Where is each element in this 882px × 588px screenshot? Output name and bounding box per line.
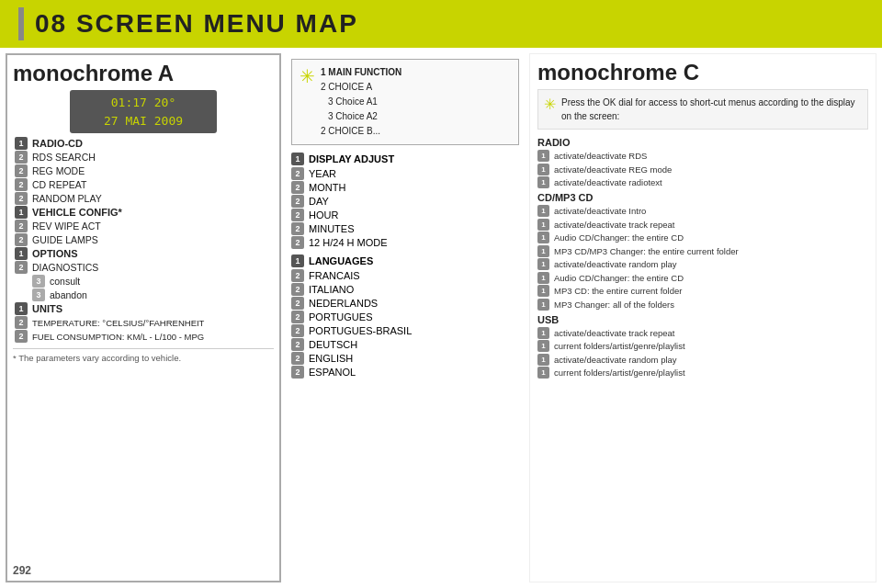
badge-2: 2 — [291, 195, 304, 208]
badge-1: 1 — [537, 150, 549, 162]
badge-1: 1 — [537, 232, 549, 243]
badge-1: 1 — [537, 245, 549, 257]
badge-1: 1 — [291, 153, 304, 165]
list-item: 1 activate/deactivate random play — [537, 258, 868, 270]
list-item: 1 MP3 CD/MP3 Changer: the entire current… — [537, 245, 868, 257]
list-item: 1 current folders/artist/genre/playlist — [537, 367, 868, 379]
menu-label: consult — [50, 276, 80, 287]
right-label: activate/deactivate random play — [554, 259, 677, 269]
list-item: 2 DEUTSCH — [291, 338, 519, 351]
main-content: monochrome A 01:17 20° 27 MAI 2009 1 RAD… — [0, 48, 882, 588]
menu-label: abandon — [50, 289, 87, 300]
list-item: 1 UNITS — [13, 302, 274, 315]
menu-label: MONTH — [309, 182, 345, 193]
languages-section: 1 LANGUAGES 2 FRANCAIS 2 ITALIANO 2 NEDE… — [291, 254, 519, 379]
menu-label: PORTUGUES-BRASIL — [309, 325, 412, 336]
list-item: 2 PORTUGUES — [291, 311, 519, 323]
lcd-line2: 27 MAI 2009 — [79, 112, 208, 130]
languages-title: 1 LANGUAGES — [291, 254, 519, 267]
badge-3: 3 — [32, 288, 45, 301]
badge-1: 1 — [537, 367, 549, 379]
menu-box-item: 3 Choice A2 — [328, 109, 401, 124]
list-item: 2 RDS SEARCH — [13, 151, 274, 164]
left-menu: 1 RADIO-CD 2 RDS SEARCH 2 REG MODE 2 CD … — [13, 137, 274, 343]
footnote: * The parameters vary according to vehic… — [13, 348, 274, 363]
menu-label: NEDERLANDS — [309, 298, 378, 309]
right-label: current folders/artist/genre/playlist — [554, 341, 685, 351]
list-item: 3 abandon — [30, 288, 274, 301]
header-bar — [18, 7, 24, 40]
panel-monochrome-c: monochrome C ✳ Press the OK dial for acc… — [529, 53, 876, 582]
right-label: MP3 CD: the entire current folder — [554, 286, 682, 296]
badge-2: 2 — [291, 311, 304, 323]
lcd-display: 01:17 20° 27 MAI 2009 — [70, 90, 217, 133]
right-label: activate/deactivate track repeat — [554, 220, 675, 230]
menu-label: 12 H/24 H MODE — [309, 237, 388, 248]
right-label: activate/deactivate radiotext — [554, 177, 662, 187]
menu-label: OPTIONS — [32, 248, 78, 259]
menu-label: RANDOM PLAY — [32, 193, 102, 204]
list-item: 1 activate/deactivate RDS — [537, 150, 868, 162]
badge-2: 2 — [291, 181, 304, 194]
badge-1: 1 — [537, 285, 549, 297]
panel-c-title: monochrome C — [537, 60, 868, 85]
badge-2: 2 — [15, 330, 28, 343]
list-item: 2 MONTH — [291, 181, 519, 194]
list-item: 2 DAY — [291, 195, 519, 208]
display-adjust-section: 1 DISPLAY ADJUST 2 YEAR 2 MONTH 2 DAY 2 … — [291, 153, 519, 249]
badge-1: 1 — [537, 205, 549, 217]
menu-label: PORTUGUES — [309, 311, 372, 322]
list-item: 2 DIAGNOSTICS — [13, 261, 274, 274]
menu-label: DAY — [309, 196, 329, 207]
badge-2: 2 — [15, 220, 28, 232]
right-label: activate/deactivate track repeat — [554, 328, 675, 338]
section-label: DISPLAY ADJUST — [309, 153, 394, 164]
menu-label: MINUTES — [309, 223, 355, 234]
badge-2: 2 — [15, 164, 28, 177]
badge-1: 1 — [537, 354, 549, 366]
badge-2: 2 — [291, 209, 304, 221]
badge-2: 2 — [291, 283, 304, 296]
menu-box: ✳ 1 MAIN FUNCTION 2 CHOICE A 3 Choice A1… — [291, 59, 519, 145]
menu-label: VEHICLE CONFIG* — [32, 207, 122, 218]
list-item: 2 REG MODE — [13, 164, 274, 177]
list-item: 1 activate/deactivate Intro — [537, 205, 868, 217]
badge-1: 1 — [537, 340, 549, 352]
badge-2: 2 — [15, 233, 28, 246]
menu-label: HOUR — [309, 209, 338, 220]
usb-section-title: USB — [537, 314, 868, 325]
menu-label: DIAGNOSTICS — [32, 262, 98, 273]
list-item: 2 ITALIANO — [291, 283, 519, 296]
panel-monochrome-a: monochrome A 01:17 20° 27 MAI 2009 1 RAD… — [6, 53, 281, 582]
list-item: 2 GUIDE LAMPS — [13, 233, 274, 246]
list-item: 2 ESPANOL — [291, 366, 519, 379]
list-item: 2 HOUR — [291, 209, 519, 221]
menu-box-item: 2 CHOICE B... — [321, 124, 401, 139]
badge-2: 2 — [291, 324, 304, 337]
badge-2: 2 — [15, 316, 28, 329]
list-item: 2 NEDERLANDS — [291, 297, 519, 310]
list-item: 2 MINUTES — [291, 222, 519, 235]
menu-label: DEUTSCH — [309, 339, 357, 350]
right-label: activate/deactivate RDS — [554, 151, 647, 161]
list-item: 2 FUEL CONSUMPTION: KM/L - L/100 - MPG — [13, 330, 274, 343]
page-number: 292 — [13, 564, 31, 577]
right-label: current folders/artist/genre/playlist — [554, 368, 685, 378]
menu-label: ITALIANO — [309, 284, 354, 295]
badge-1: 1 — [15, 247, 28, 260]
menu-label: RDS SEARCH — [32, 152, 96, 163]
badge-2: 2 — [291, 352, 304, 365]
badge-1: 1 — [537, 272, 549, 284]
right-label: activate/deactivate REG mode — [554, 164, 672, 175]
badge-1: 1 — [537, 219, 549, 231]
info-text: Press the OK dial for access to short-cu… — [561, 96, 862, 123]
list-item: 1 MP3 Changer: all of the folders — [537, 299, 868, 311]
list-item: 1 activate/deactivate REG mode — [537, 164, 868, 175]
list-item: 3 consult — [30, 275, 274, 288]
list-item: 2 RANDOM PLAY — [13, 192, 274, 205]
badge-2: 2 — [291, 236, 304, 249]
page-title: 08 SCREEN MENU MAP — [35, 9, 358, 39]
badge-1: 1 — [15, 302, 28, 315]
menu-label: REV WIPE ACT — [32, 220, 101, 232]
badge-1: 1 — [537, 327, 549, 339]
